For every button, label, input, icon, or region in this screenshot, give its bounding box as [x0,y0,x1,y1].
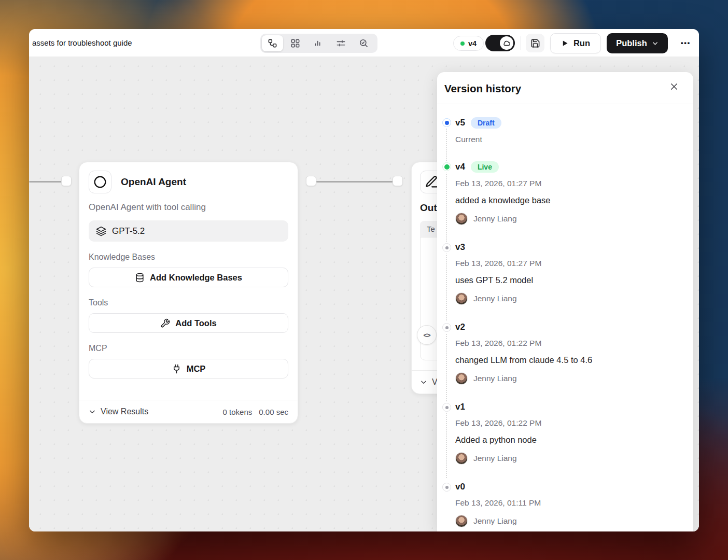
cloud-icon [502,39,511,47]
version-timestamp: Feb 13, 2026, 01:22 PM [455,339,683,348]
version-panel-header: Version history [437,72,693,104]
version-entry[interactable]: v3 Feb 13, 2026, 01:27 PM uses GPT 5.2 m… [442,242,683,305]
more-menu-button[interactable]: ⋯ [675,33,696,53]
version-list: v5 Draft Current v4 Live Feb 13, 2026, 0… [437,104,693,527]
view-mode-switcher [260,34,377,53]
version-entry[interactable]: v0 Feb 13, 2026, 01:11 PM Jenny Liang [442,482,683,527]
version-timestamp: Feb 13, 2026, 01:11 PM [455,498,683,508]
toolbar: assets for troubleshoot guide [29,29,699,57]
output-input-handle[interactable] [393,176,403,186]
save-button[interactable] [526,34,544,52]
version-author: Jenny Liang [473,516,517,526]
run-stats: 0 tokens 0.00 sec [223,408,288,416]
output-view-results-toggle[interactable]: V [420,377,438,387]
version-badge: Live [471,161,499,173]
play-icon [561,39,569,47]
version-author-row: Jenny Liang [455,452,683,465]
version-timestamp: Feb 13, 2026, 01:22 PM [455,418,683,428]
openai-agent-node[interactable]: OpenAI Agent OpenAI Agent with tool call… [79,162,298,424]
version-title-row: v1 [455,402,683,412]
add-knowledge-bases-button[interactable]: Add Knowledge Bases [89,268,288,287]
tools-label: Tools [89,298,288,307]
version-dot [442,243,451,252]
version-title-row: v0 [455,482,683,492]
layers-icon [96,226,106,236]
version-entry[interactable]: v2 Feb 13, 2026, 01:22 PM changed LLM fr… [442,322,683,385]
agent-node-title: OpenAI Agent [121,176,186,188]
toggle-knob [500,36,513,50]
agent-input-handle[interactable] [61,176,72,186]
avatar [455,372,468,385]
view-mode-grid-icon[interactable] [285,35,306,51]
view-results-toggle[interactable]: View Results [89,407,148,416]
version-entry[interactable]: v1 Feb 13, 2026, 01:22 PM Added a python… [442,402,683,465]
version-history-panel: Version history v5 Draft Current v4 Li [437,72,693,531]
add-tools-button[interactable]: Add Tools [89,313,288,333]
version-label: v5 [455,118,465,128]
run-button[interactable]: Run [550,33,601,53]
app-window: assets for troubleshoot guide [29,29,699,531]
version-label: v3 [455,242,465,253]
save-icon [530,38,540,48]
version-timestamp: Feb 13, 2026, 01:27 PM [455,179,683,188]
model-select[interactable]: GPT-5.2 [89,220,288,242]
version-author-row: Jenny Liang [455,292,683,305]
close-icon [669,82,679,91]
version-author-row: Jenny Liang [455,213,683,225]
version-entry[interactable]: v5 Draft Current [442,117,683,144]
close-panel-button[interactable] [669,82,681,93]
agent-node-header: OpenAI Agent [89,171,288,193]
version-message: added a knowledge base [455,195,683,205]
version-message: uses GPT 5.2 model [455,275,683,285]
version-dot [442,403,451,412]
agent-node-footer: View Results 0 tokens 0.00 sec [79,400,298,423]
publish-button[interactable]: Publish [607,33,668,53]
version-dot [442,162,451,171]
agent-output-handle[interactable] [306,176,316,186]
active-version-chip[interactable]: v4 [453,36,484,51]
mcp-button-label: MCP [187,364,206,374]
version-author: Jenny Liang [473,294,517,303]
knowledge-bases-label: Knowledge Bases [89,253,288,262]
chevron-down-icon [652,40,659,47]
view-mode-bar-chart-icon[interactable] [307,35,329,51]
version-message: changed LLM from claude 4.5 to 4.6 [455,355,683,365]
version-subtitle: Current [455,135,683,144]
version-author: Jenny Liang [473,454,517,463]
version-timestamp: Feb 13, 2026, 01:27 PM [455,259,683,268]
workflow-canvas[interactable]: OpenAI Agent OpenAI Agent with tool call… [29,57,699,531]
cloud-sync-toggle[interactable] [485,35,515,51]
plug-icon [172,364,181,374]
insert-code-handle[interactable]: <> [417,325,437,345]
version-label: v1 [455,402,465,412]
model-name: GPT-5.2 [112,226,145,236]
version-title-row: v2 [455,322,683,332]
version-author-row: Jenny Liang [455,372,683,385]
view-mode-sliders-icon[interactable] [330,35,352,51]
edge-into-agent [29,181,62,183]
view-mode-workflow-icon[interactable] [262,35,283,51]
version-title-row: v5 Draft [455,117,683,129]
version-entry[interactable]: v4 Live Feb 13, 2026, 01:27 PM added a k… [442,161,683,225]
avatar [455,452,468,465]
chevron-down-icon [89,408,96,415]
version-panel-title: Version history [444,82,682,95]
version-label: v0 [455,482,465,492]
publish-button-label: Publish [616,38,647,48]
toolbar-divider [521,36,521,50]
version-dot [442,483,451,492]
live-status-dot [460,41,465,46]
chevron-down-icon [420,379,427,386]
avatar [455,213,468,225]
version-title-row: v3 [455,242,683,253]
version-dot [442,118,451,127]
add-knowledge-bases-label: Add Knowledge Bases [150,273,242,283]
view-mode-search-check-icon[interactable] [353,35,374,51]
database-icon [135,273,145,283]
run-button-label: Run [573,38,590,48]
version-title-row: v4 Live [455,161,683,173]
version-author-row: Jenny Liang [455,515,683,527]
version-author: Jenny Liang [473,214,517,223]
mcp-button[interactable]: MCP [89,359,288,379]
version-author: Jenny Liang [473,374,517,383]
